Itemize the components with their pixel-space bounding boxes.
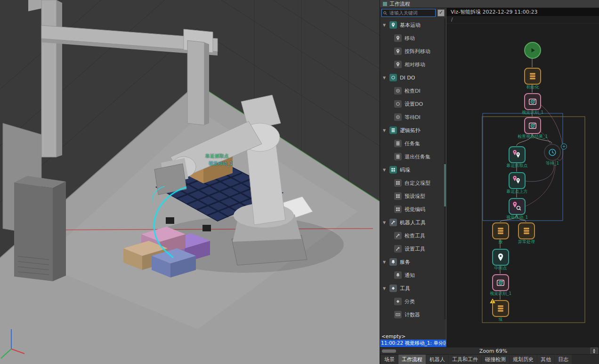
tree-group[interactable]: ▼码垛: [380, 163, 446, 176]
tree-group[interactable]: ▼DI DO: [380, 71, 446, 84]
zoom-bar: Zoom 69% ▲▼: [380, 347, 599, 354]
tree-item[interactable]: 相对移动: [380, 58, 446, 71]
graph-node-label: 靠近抓取点: [507, 163, 528, 169]
tree-item-label: 按阵列移动: [405, 48, 430, 55]
tree-group[interactable]: ▼机器人工具: [380, 216, 446, 229]
tree-item-label: 移动: [405, 35, 415, 42]
tab-碰撞检测[interactable]: 碰撞检测: [482, 355, 509, 364]
tree-item[interactable]: 按阵列移动: [380, 45, 446, 58]
graph-canvas[interactable]: 初始化视觉识别_1检查视觉结果_1靠近抓取点+等待_1靠近点上方视觉移动_1放异…: [446, 24, 599, 347]
tree-item-label: 通知: [405, 272, 415, 279]
tree-item[interactable]: 自定义垛型: [380, 176, 446, 190]
viewport-node-label-top: 靠近抓取点: [205, 153, 229, 159]
tab-工作流程[interactable]: 工作流程: [398, 355, 426, 364]
graph-node-visual-recognition-1[interactable]: 视觉识别_1: [524, 93, 541, 110]
tree-group-label: 码垛: [400, 166, 410, 174]
workflow-panel-icon: [383, 2, 387, 6]
graph-node-visual-move-1[interactable]: 视觉移动_1: [509, 198, 526, 215]
layers-icon: [394, 140, 402, 147]
tree-item[interactable]: 退出任务集: [380, 150, 446, 163]
collapse-arrow-icon[interactable]: ▼: [383, 260, 387, 264]
collapse-arrow-icon[interactable]: ▼: [383, 221, 387, 225]
tab-场景[interactable]: 场景: [381, 355, 398, 364]
graph-node-check-visual-result-1[interactable]: 检查视觉结果_1: [524, 117, 541, 134]
tree-item[interactable]: 检查工具: [380, 229, 446, 242]
graph-node-wait-1[interactable]: +等待_1: [544, 144, 561, 161]
tree-item-label: 设置工具: [405, 245, 425, 253]
graph-title-bar: Viz-智能拆垛 2022-12-29 11:00:23: [446, 8, 599, 16]
tree-item-label: 相对移动: [405, 61, 425, 68]
tree-item-label: 退出任务集: [405, 153, 430, 160]
tab-规划历史[interactable]: 规划历史: [510, 355, 537, 364]
tab-机器人[interactable]: 机器人: [426, 355, 448, 364]
tree-group[interactable]: ▼服务: [380, 255, 446, 269]
grid-icon: [389, 166, 397, 174]
graph-node-label: 视觉识别_1: [522, 110, 543, 116]
tab-日志[interactable]: 日志: [555, 355, 572, 364]
tree-item[interactable]: 检查DI: [380, 84, 446, 97]
bell-icon: [394, 271, 402, 279]
tree-item-label: 等待DI: [405, 114, 421, 121]
bell-icon: [389, 258, 397, 266]
tree-item[interactable]: 任务集: [380, 137, 446, 150]
tree-group[interactable]: ▼基本运动: [380, 18, 446, 32]
graph-node-visual-recognition-2[interactable]: 视觉识别_1: [492, 274, 509, 291]
graph-node-start[interactable]: [524, 42, 541, 59]
panel-title-bar: 工作流程: [380, 0, 599, 8]
graph-node-init[interactable]: 初始化: [524, 68, 541, 85]
graph-breadcrumb[interactable]: /: [446, 16, 599, 24]
zoom-down-icon[interactable]: ▼: [593, 351, 595, 354]
graph-node-exception-handling[interactable]: 异常处理: [518, 222, 535, 239]
tree-group[interactable]: ▼逻辑拓扑: [380, 124, 446, 137]
zoom-spinner[interactable]: ▲▼: [591, 348, 598, 355]
library-filter-checkbox[interactable]: ✓: [437, 9, 445, 16]
tree-item[interactable]: 视觉编码: [380, 203, 446, 216]
graph-node-above-grab-point[interactable]: 靠近点上方: [509, 172, 526, 189]
grid-icon: [394, 206, 402, 213]
tab-其他[interactable]: 其他: [537, 355, 554, 364]
wrench-icon: [394, 245, 402, 253]
graph-node-approach-grab-point[interactable]: 靠近抓取点: [509, 146, 526, 163]
pin-icon: [394, 61, 402, 68]
bottom-tabs: 场景工作流程机器人工具和工件碰撞检测规划历史其他日志: [380, 354, 599, 364]
tree-group-label: 工具: [400, 285, 410, 292]
tree-scrollbar-thumb[interactable]: [444, 164, 446, 206]
tree-item[interactable]: 通知: [380, 269, 446, 282]
collapse-arrow-icon[interactable]: ▼: [383, 128, 387, 133]
tree-item[interactable]: 计数器: [380, 308, 446, 321]
graph-title: Viz-智能拆垛 2022-12-29 11:00:23: [451, 8, 537, 16]
graph-node-label: 视觉移动_1: [506, 214, 528, 221]
viewport-node-label-bottom: 视觉移动_1: [209, 160, 233, 167]
zoom-label: Zoom 69%: [396, 348, 591, 354]
tree-item[interactable]: 等待DI: [380, 111, 446, 124]
tree-item[interactable]: 分类: [380, 295, 446, 308]
collapse-arrow-icon[interactable]: ▼: [383, 168, 387, 172]
tree-group[interactable]: ▼工具: [380, 282, 446, 295]
collapse-arrow-icon[interactable]: ▼: [383, 76, 387, 80]
collapse-arrow-icon[interactable]: ▼: [383, 23, 387, 27]
zoom-slider[interactable]: [382, 349, 396, 353]
ring-dot-icon: [394, 87, 402, 95]
tree-item[interactable]: 预设垛型: [380, 190, 446, 203]
tree-scrollbar[interactable]: [444, 18, 446, 319]
tree-item[interactable]: 设置工具: [380, 242, 446, 255]
collapse-arrow-icon[interactable]: ▼: [383, 286, 387, 291]
search-input[interactable]: [389, 10, 434, 16]
log-message[interactable]: 11:00:22 视觉移动_1: 单分区方形: [380, 340, 446, 347]
tree-item[interactable]: 移动: [380, 32, 446, 45]
graph-node-stack[interactable]: 垛: [492, 300, 509, 317]
tab-工具和工件[interactable]: 工具和工件: [449, 355, 481, 364]
graph-node-mid-point[interactable]: 中间点: [492, 249, 509, 266]
tree-group-label: 机器人工具: [400, 219, 426, 226]
3d-viewport[interactable]: 靠近抓取点 视觉移动_1: [0, 0, 380, 364]
tree-item[interactable]: 设置DO: [380, 97, 446, 111]
workflow-graph: Viz-智能拆垛 2022-12-29 11:00:23 / 初始化视觉识别_1…: [446, 8, 599, 347]
tree-item-label: 计数器: [405, 311, 420, 318]
add-step-icon[interactable]: +: [561, 143, 567, 150]
graph-node-label: 中间点: [494, 265, 507, 271]
tree-item-label: 分类: [405, 298, 415, 305]
graph-node-place[interactable]: 放: [492, 222, 509, 239]
tree-item-label: 检查工具: [405, 232, 425, 239]
graph-node-label: 垛: [499, 317, 503, 323]
empty-indicator: <empty>: [380, 333, 446, 340]
